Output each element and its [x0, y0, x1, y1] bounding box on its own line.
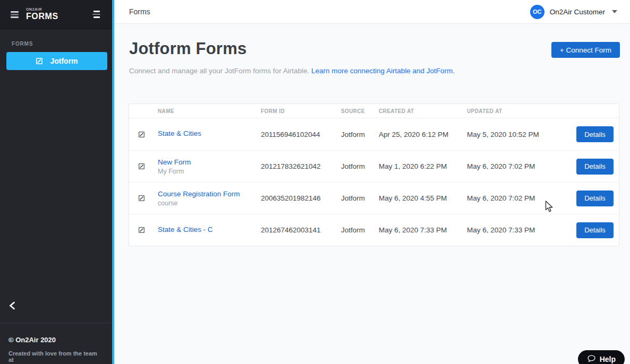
sidebar-item-label: Jotform [50, 57, 78, 65]
caret-down-icon[interactable] [612, 10, 617, 13]
subtitle-text: Connect and manage all your JotForm form… [129, 67, 309, 75]
forms-table: NAME FORM ID SOURCE CREATED AT UPDATED A… [129, 103, 619, 246]
connect-form-button[interactable]: + Connect Form [551, 42, 620, 58]
help-label: Help [600, 355, 616, 363]
credit-text: Created with love from the team at [8, 350, 104, 363]
column-name: NAME [158, 108, 261, 114]
brand-bottom-label: FORMS [26, 12, 58, 21]
form-created-at: May 1, 2020 6:22 PM [379, 162, 467, 170]
form-id: 201267462003141 [261, 226, 341, 234]
form-created-at: May 6, 2020 7:33 PM [379, 226, 467, 234]
details-button[interactable]: Details [576, 190, 614, 206]
column-created-at: CREATED AT [379, 108, 467, 114]
brand: ON2AIR FORMS [26, 7, 58, 21]
form-updated-at: May 6, 2020 7:02 PM [467, 194, 576, 202]
learn-more-link[interactable]: Learn more connecting Airtable and JotFo… [311, 67, 455, 75]
menu-icon[interactable] [92, 11, 100, 18]
form-source: Jotform [341, 194, 379, 202]
details-button[interactable]: Details [576, 126, 614, 142]
form-name-link[interactable]: State & Cities - C [158, 226, 261, 233]
user-menu[interactable]: OC On2Air Customer [530, 5, 617, 19]
sidebar-footer: © On2Air 2020 Created with love from the… [0, 323, 112, 364]
table-row: Course Registration Formcourse 200635201… [129, 182, 619, 214]
on2air-logo-icon [11, 11, 19, 18]
details-button[interactable]: Details [576, 159, 614, 175]
chat-bubble-icon [587, 354, 596, 364]
form-subtitle: course [158, 200, 261, 207]
table-row: New FormMy Form 201217832621042 Jotform … [129, 150, 619, 182]
chevron-left-icon [8, 302, 16, 311]
table-row: State & Cities - C 201267462003141 Jotfo… [129, 214, 619, 246]
page-subtitle: Connect and manage all your JotForm form… [129, 67, 455, 75]
form-created-at: May 6, 2020 4:55 PM [379, 194, 467, 202]
form-name-link[interactable]: State & Cities [158, 129, 261, 137]
form-source: Jotform [341, 162, 379, 170]
sidebar: ON2AIR FORMS FORMS Jotform © On2Air 2020… [0, 0, 114, 364]
sidebar-header: ON2AIR FORMS [0, 0, 112, 29]
form-updated-at: May 6, 2020 7:02 PM [467, 162, 576, 170]
column-form-id: FORM ID [261, 108, 341, 114]
column-updated-at: UPDATED AT [467, 108, 576, 114]
form-source: Jotform [341, 226, 379, 234]
edit-square-icon [138, 195, 158, 202]
table-header: NAME FORM ID SOURCE CREATED AT UPDATED A… [129, 104, 619, 118]
copyright-text: © On2Air 2020 [8, 336, 104, 344]
breadcrumb-title: Forms [129, 7, 150, 16]
sidebar-section-label: FORMS [12, 41, 112, 47]
table-row: State & Cities 201156946102044 Jotform A… [129, 118, 619, 150]
topbar: Forms OC On2Air Customer [114, 0, 630, 24]
main-content: Jotform Forms Connect and manage all you… [114, 24, 630, 364]
form-name-link[interactable]: Course Registration Form [158, 190, 261, 198]
collapse-sidebar-button[interactable] [8, 301, 16, 312]
details-button[interactable]: Details [576, 222, 614, 238]
column-source: SOURCE [341, 108, 379, 114]
edit-square-icon [36, 57, 43, 65]
form-updated-at: May 6, 2020 7:33 PM [467, 226, 576, 234]
sidebar-item-jotform[interactable]: Jotform [6, 52, 107, 70]
form-updated-at: May 5, 2020 10:52 PM [467, 131, 576, 138]
form-subtitle: My Form [158, 168, 261, 175]
form-id: 201156946102044 [261, 131, 341, 138]
avatar[interactable]: OC [530, 5, 544, 19]
edit-square-icon [138, 131, 158, 138]
form-id: 201217832621042 [261, 162, 341, 170]
user-name: On2Air Customer [550, 8, 605, 16]
help-button[interactable]: Help [578, 350, 625, 364]
brand-top-label: ON2AIR [26, 7, 58, 11]
page-title: Jotform Forms [129, 39, 246, 58]
form-created-at: Apr 25, 2020 6:12 PM [379, 131, 467, 138]
edit-square-icon [138, 227, 158, 233]
form-id: 200635201982146 [261, 194, 341, 202]
form-source: Jotform [341, 131, 379, 138]
edit-square-icon [138, 163, 158, 170]
form-name-link[interactable]: New Form [158, 158, 261, 166]
